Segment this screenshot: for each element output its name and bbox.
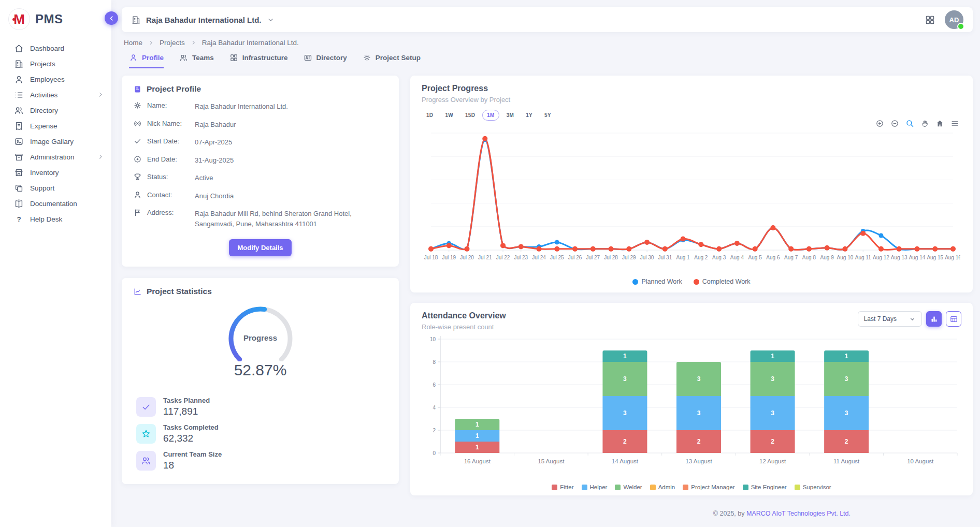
svg-text:Aug 1: Aug 1 (676, 255, 690, 260)
tab-project-setup[interactable]: Project Setup (363, 53, 421, 68)
sidebar-item-expense[interactable]: Expense (0, 118, 111, 134)
sidebar-item-label: Activities (30, 91, 57, 99)
breadcrumb-home[interactable]: Home (124, 39, 142, 47)
legend-item[interactable]: Helper (582, 484, 608, 490)
svg-text:Jul 26: Jul 26 (568, 255, 582, 260)
field-start-date: Start Date:07-Apr-2025 (133, 137, 387, 148)
field-label: Address: (147, 208, 190, 216)
sidebar-item-dashboard[interactable]: Dashboard (0, 40, 111, 56)
pan-icon[interactable] (920, 119, 929, 128)
sidebar-item-documentation[interactable]: Documentation (0, 196, 111, 211)
question-icon (14, 214, 24, 224)
reset-home-icon[interactable] (935, 119, 944, 128)
project-progress-chart[interactable]: Jul 18Jul 19Jul 20Jul 21Jul 22Jul 23Jul … (422, 122, 961, 278)
sidebar-item-label: Directory (30, 107, 58, 114)
contact-card-icon (304, 53, 312, 62)
sidebar-item-activities[interactable]: Activities (0, 87, 111, 103)
legend-item[interactable]: Completed Work (694, 278, 751, 285)
legend-swatch-icon (552, 485, 557, 490)
sidebar-item-administration[interactable]: Administration (0, 149, 111, 165)
field-value: Anuj Chordia (195, 191, 234, 201)
users-icon (179, 53, 188, 62)
legend-label: Helper (590, 484, 608, 490)
archive-icon (14, 152, 24, 162)
field-value: 31-Aug-2025 (195, 155, 234, 166)
tab-teams[interactable]: Teams (179, 53, 214, 68)
sidebar-item-label: Image Gallary (30, 138, 74, 145)
range-1m[interactable]: 1M (482, 110, 499, 121)
copy-icon (14, 183, 24, 193)
svg-text:1: 1 (771, 353, 774, 360)
sidebar-item-label: Help Desk (30, 215, 62, 223)
svg-text:3: 3 (697, 375, 701, 383)
top-header-bar: Raja Bahadur International Ltd. AD (122, 7, 973, 32)
legend-item[interactable]: Site Engineer (743, 484, 787, 490)
gauge-value: 52.87% (211, 361, 310, 379)
sidebar-item-help-desk[interactable]: Help Desk (0, 211, 111, 227)
bar-chart-legend: FitterHelperWelderAdminProject ManagerSi… (422, 484, 961, 490)
app-logo[interactable]: M PMS (0, 0, 111, 36)
svg-text:1: 1 (845, 353, 848, 360)
sidebar-item-support[interactable]: Support (0, 180, 111, 196)
bar-view-button[interactable] (926, 311, 942, 327)
sidebar-item-image-gallery[interactable]: Image Gallary (0, 134, 111, 149)
legend-item[interactable]: Admin (650, 484, 675, 490)
svg-text:Jul 30: Jul 30 (640, 255, 654, 260)
modify-details-button[interactable]: Modify Details (229, 239, 291, 256)
svg-text:12 August: 12 August (759, 458, 786, 464)
field-value: Raja Bahadur International Ltd. (195, 101, 288, 112)
legend-item[interactable]: Project Manager (683, 484, 734, 490)
zoom-out-icon[interactable] (890, 119, 899, 128)
home-icon (14, 43, 24, 53)
sidebar-collapse-button[interactable] (105, 11, 118, 25)
date-range-select[interactable]: Last 7 Days (858, 311, 922, 327)
sidebar-item-projects[interactable]: Projects (0, 56, 111, 71)
tab-directory[interactable]: Directory (304, 53, 347, 68)
attendance-chart[interactable]: 024681011116 August15 August233114 Augus… (422, 332, 961, 484)
legend-item[interactable]: Supervisor (795, 484, 831, 490)
legend-item[interactable]: Planned Work (632, 278, 682, 285)
range-1w[interactable]: 1W (440, 110, 458, 121)
svg-text:16 August: 16 August (464, 458, 491, 464)
tab-profile[interactable]: Profile (129, 53, 164, 68)
image-icon (14, 137, 24, 147)
table-view-button[interactable] (946, 311, 961, 327)
svg-text:Aug 6: Aug 6 (766, 255, 780, 260)
apps-grid-button[interactable] (925, 14, 935, 25)
sidebar-item-inventory[interactable]: Inventory (0, 165, 111, 180)
chart-title: Attendance Overview (422, 311, 506, 320)
legend-label: Welder (623, 484, 642, 490)
sidebar-item-label: Employees (30, 76, 65, 83)
range-3m[interactable]: 3M (502, 110, 519, 121)
menu-icon[interactable] (950, 119, 959, 128)
svg-text:1: 1 (475, 444, 479, 451)
tab-label: Infrastructure (242, 54, 288, 62)
sidebar-item-employees[interactable]: Employees (0, 71, 111, 87)
chevron-right-icon (190, 39, 197, 46)
company-selector[interactable]: Raja Bahadur International Ltd. (131, 15, 275, 25)
sidebar-item-directory[interactable]: Directory (0, 103, 111, 118)
tab-bar: Profile Teams Infrastructure Directory P… (122, 53, 973, 68)
legend-item[interactable]: Fitter (552, 484, 573, 490)
breadcrumb-projects[interactable]: Projects (160, 39, 185, 47)
tab-label: Profile (142, 54, 164, 62)
book-icon (14, 199, 24, 209)
selection-zoom-icon[interactable] (905, 119, 914, 128)
range-5y[interactable]: 5Y (540, 110, 556, 121)
legend-item[interactable]: Welder (615, 484, 642, 490)
svg-text:Aug 16: Aug 16 (945, 255, 960, 260)
zoom-in-icon[interactable] (875, 119, 884, 128)
svg-text:Jul 20: Jul 20 (460, 255, 474, 260)
trophy-icon (133, 172, 142, 181)
field-name: Name:Raja Bahadur International Ltd. (133, 101, 387, 112)
svg-text:8: 8 (433, 359, 436, 365)
svg-text:Aug 9: Aug 9 (820, 255, 834, 260)
footer-company-link[interactable]: MARCO AIoT Technologies Pvt. Ltd. (746, 510, 851, 517)
sidebar-item-label: Expense (30, 122, 57, 130)
legend-label: Completed Work (702, 278, 751, 285)
tab-infrastructure[interactable]: Infrastructure (229, 53, 288, 68)
range-1y[interactable]: 1Y (521, 110, 537, 121)
range-15d[interactable]: 15D (460, 110, 480, 121)
range-1d[interactable]: 1D (422, 110, 438, 121)
avatar[interactable]: AD (945, 10, 963, 29)
